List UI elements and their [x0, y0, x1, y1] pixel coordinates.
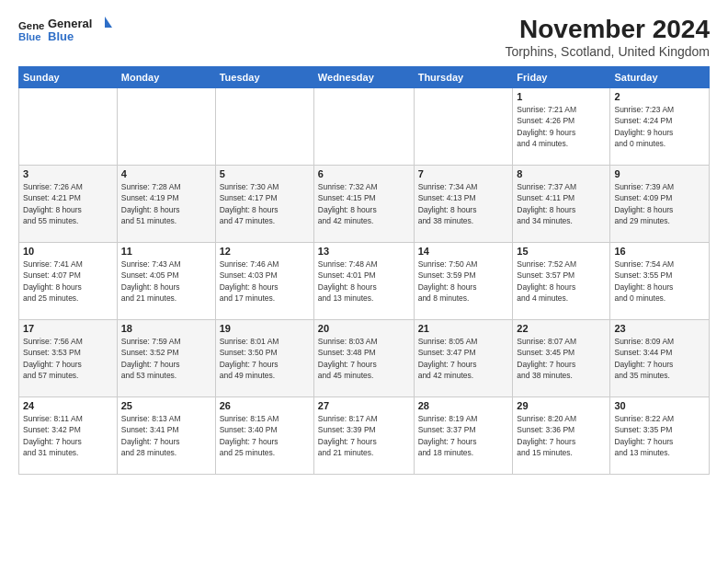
day-cell: [313, 88, 414, 166]
logo-icon: General Blue: [18, 18, 44, 44]
day-number: 6: [318, 168, 410, 179]
day-cell: 11Sunrise: 7:43 AM Sunset: 4:05 PM Dayli…: [117, 243, 215, 320]
day-number: 7: [418, 168, 509, 179]
day-info: Sunrise: 7:26 AM Sunset: 4:21 PM Dayligh…: [23, 181, 113, 226]
day-number: 30: [614, 400, 705, 411]
day-number: 25: [121, 400, 211, 411]
location: Torphins, Scotland, United Kingdom: [505, 44, 710, 59]
day-info: Sunrise: 7:21 AM Sunset: 4:26 PM Dayligh…: [517, 104, 606, 149]
day-cell: 5Sunrise: 7:30 AM Sunset: 4:17 PM Daylig…: [215, 166, 313, 243]
svg-marker-5: [105, 17, 112, 28]
day-cell: [19, 88, 118, 166]
day-cell: 28Sunrise: 8:19 AM Sunset: 3:37 PM Dayli…: [414, 397, 513, 475]
day-cell: [117, 88, 215, 166]
day-info: Sunrise: 7:30 AM Sunset: 4:17 PM Dayligh…: [220, 181, 310, 226]
day-info: Sunrise: 7:52 AM Sunset: 3:57 PM Dayligh…: [517, 259, 606, 304]
day-number: 8: [517, 168, 606, 179]
calendar: SundayMondayTuesdayWednesdayThursdayFrid…: [18, 66, 710, 475]
day-cell: 1Sunrise: 7:21 AM Sunset: 4:26 PM Daylig…: [513, 88, 610, 166]
day-info: Sunrise: 7:37 AM Sunset: 4:11 PM Dayligh…: [517, 181, 606, 226]
week-row-5: 24Sunrise: 8:11 AM Sunset: 3:42 PM Dayli…: [19, 397, 710, 475]
day-cell: 3Sunrise: 7:26 AM Sunset: 4:21 PM Daylig…: [19, 166, 118, 243]
day-cell: 17Sunrise: 7:56 AM Sunset: 3:53 PM Dayli…: [19, 320, 118, 397]
day-number: 9: [614, 168, 705, 179]
day-number: 3: [23, 168, 113, 179]
logo: General Blue General Blue: [18, 15, 121, 48]
day-info: Sunrise: 7:23 AM Sunset: 4:24 PM Dayligh…: [614, 104, 705, 149]
day-cell: 15Sunrise: 7:52 AM Sunset: 3:57 PM Dayli…: [513, 243, 610, 320]
day-cell: 14Sunrise: 7:50 AM Sunset: 3:59 PM Dayli…: [414, 243, 513, 320]
day-number: 28: [418, 400, 509, 411]
day-info: Sunrise: 8:22 AM Sunset: 3:35 PM Dayligh…: [614, 413, 705, 458]
header: General Blue General Blue November 2024 …: [18, 15, 710, 59]
day-number: 29: [517, 400, 606, 411]
header-row: SundayMondayTuesdayWednesdayThursdayFrid…: [19, 67, 710, 88]
day-number: 13: [318, 246, 410, 257]
day-cell: 22Sunrise: 8:07 AM Sunset: 3:45 PM Dayli…: [513, 320, 610, 397]
day-cell: 19Sunrise: 8:01 AM Sunset: 3:50 PM Dayli…: [215, 320, 313, 397]
day-number: 11: [121, 246, 211, 257]
day-number: 1: [517, 91, 606, 102]
day-number: 23: [614, 323, 705, 334]
day-number: 22: [517, 323, 606, 334]
day-cell: 7Sunrise: 7:34 AM Sunset: 4:13 PM Daylig…: [414, 166, 513, 243]
day-cell: 27Sunrise: 8:17 AM Sunset: 3:39 PM Dayli…: [313, 397, 414, 475]
day-cell: [215, 88, 313, 166]
day-number: 10: [23, 246, 113, 257]
day-number: 12: [220, 246, 310, 257]
day-number: 27: [318, 400, 410, 411]
day-info: Sunrise: 8:05 AM Sunset: 3:47 PM Dayligh…: [418, 336, 509, 381]
day-number: 16: [614, 246, 705, 257]
day-cell: 29Sunrise: 8:20 AM Sunset: 3:36 PM Dayli…: [513, 397, 610, 475]
week-row-4: 17Sunrise: 7:56 AM Sunset: 3:53 PM Dayli…: [19, 320, 710, 397]
day-cell: 16Sunrise: 7:54 AM Sunset: 3:55 PM Dayli…: [610, 243, 710, 320]
col-header-sunday: Sunday: [19, 67, 118, 88]
day-info: Sunrise: 8:07 AM Sunset: 3:45 PM Dayligh…: [517, 336, 606, 381]
svg-text:General: General: [18, 20, 44, 31]
day-cell: 4Sunrise: 7:28 AM Sunset: 4:19 PM Daylig…: [117, 166, 215, 243]
svg-text:Blue: Blue: [18, 31, 41, 42]
day-info: Sunrise: 7:50 AM Sunset: 3:59 PM Dayligh…: [418, 259, 509, 304]
day-cell: 6Sunrise: 7:32 AM Sunset: 4:15 PM Daylig…: [313, 166, 414, 243]
day-info: Sunrise: 8:13 AM Sunset: 3:41 PM Dayligh…: [121, 413, 211, 458]
col-header-friday: Friday: [513, 67, 610, 88]
day-cell: 12Sunrise: 7:46 AM Sunset: 4:03 PM Dayli…: [215, 243, 313, 320]
page: General Blue General Blue November 2024 …: [0, 0, 728, 563]
day-info: Sunrise: 7:32 AM Sunset: 4:15 PM Dayligh…: [318, 181, 410, 226]
day-info: Sunrise: 8:01 AM Sunset: 3:50 PM Dayligh…: [220, 336, 310, 381]
month-title: November 2024: [505, 15, 710, 44]
day-cell: 9Sunrise: 7:39 AM Sunset: 4:09 PM Daylig…: [610, 166, 710, 243]
svg-text:Blue: Blue: [48, 29, 74, 43]
svg-text:General: General: [48, 17, 92, 30]
day-cell: [414, 88, 513, 166]
day-info: Sunrise: 7:41 AM Sunset: 4:07 PM Dayligh…: [23, 259, 113, 304]
title-block: November 2024 Torphins, Scotland, United…: [505, 15, 710, 59]
day-number: 15: [517, 246, 606, 257]
day-number: 2: [614, 91, 705, 102]
day-number: 18: [121, 323, 211, 334]
day-info: Sunrise: 8:15 AM Sunset: 3:40 PM Dayligh…: [220, 413, 310, 458]
day-info: Sunrise: 7:48 AM Sunset: 4:01 PM Dayligh…: [318, 259, 410, 304]
day-number: 26: [220, 400, 310, 411]
day-info: Sunrise: 7:56 AM Sunset: 3:53 PM Dayligh…: [23, 336, 113, 381]
day-cell: 8Sunrise: 7:37 AM Sunset: 4:11 PM Daylig…: [513, 166, 610, 243]
day-cell: 26Sunrise: 8:15 AM Sunset: 3:40 PM Dayli…: [215, 397, 313, 475]
day-number: 4: [121, 168, 211, 179]
col-header-thursday: Thursday: [414, 67, 513, 88]
day-info: Sunrise: 7:54 AM Sunset: 3:55 PM Dayligh…: [614, 259, 705, 304]
day-cell: 25Sunrise: 8:13 AM Sunset: 3:41 PM Dayli…: [117, 397, 215, 475]
day-number: 5: [220, 168, 310, 179]
day-cell: 13Sunrise: 7:48 AM Sunset: 4:01 PM Dayli…: [313, 243, 414, 320]
day-number: 14: [418, 246, 509, 257]
day-info: Sunrise: 7:34 AM Sunset: 4:13 PM Dayligh…: [418, 181, 509, 226]
day-info: Sunrise: 7:46 AM Sunset: 4:03 PM Dayligh…: [220, 259, 310, 304]
day-number: 24: [23, 400, 113, 411]
day-info: Sunrise: 8:09 AM Sunset: 3:44 PM Dayligh…: [614, 336, 705, 381]
day-cell: 20Sunrise: 8:03 AM Sunset: 3:48 PM Dayli…: [313, 320, 414, 397]
col-header-tuesday: Tuesday: [215, 67, 313, 88]
day-info: Sunrise: 8:20 AM Sunset: 3:36 PM Dayligh…: [517, 413, 606, 458]
week-row-2: 3Sunrise: 7:26 AM Sunset: 4:21 PM Daylig…: [19, 166, 710, 243]
day-info: Sunrise: 8:17 AM Sunset: 3:39 PM Dayligh…: [318, 413, 410, 458]
day-cell: 18Sunrise: 7:59 AM Sunset: 3:52 PM Dayli…: [117, 320, 215, 397]
week-row-1: 1Sunrise: 7:21 AM Sunset: 4:26 PM Daylig…: [19, 88, 710, 166]
